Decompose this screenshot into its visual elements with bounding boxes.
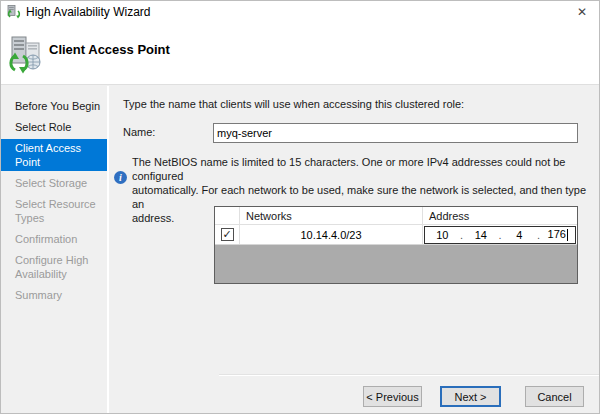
ip-octet-2[interactable]: 14 xyxy=(464,229,499,241)
sidebar-item-select-storage: Select Storage xyxy=(1,174,107,192)
name-label: Name: xyxy=(123,126,155,138)
sidebar-item-select-role[interactable]: Select Role xyxy=(1,118,107,136)
network-cell: 10.14.4.0/23 xyxy=(240,225,423,244)
high-availability-wizard-window: High Availability Wizard ✕ Client Access… xyxy=(0,0,600,414)
ip-octet-1[interactable]: 10 xyxy=(425,229,460,241)
network-checkbox[interactable]: ✓ xyxy=(221,228,234,241)
column-header-address: Address xyxy=(423,207,577,224)
sidebar-item-client-access-point[interactable]: Client Access Point xyxy=(1,139,107,171)
network-row: ✓ 10.14.4.0/23 10 . 14 . 4 . 176 xyxy=(215,225,577,245)
page-title: Client Access Point xyxy=(49,42,170,57)
sidebar-item-confirmation: Confirmation xyxy=(1,230,107,248)
title-bar: High Availability Wizard ✕ xyxy=(1,1,599,23)
next-button[interactable]: Next > xyxy=(440,386,501,407)
wizard-body: Before You Begin Select Role Client Acce… xyxy=(1,86,599,414)
column-header-networks: Networks xyxy=(240,207,423,224)
info-icon: i xyxy=(114,171,127,184)
wizard-steps-sidebar: Before You Begin Select Role Client Acce… xyxy=(1,86,107,414)
networks-table: Networks Address ✓ 10.14.4.0/23 10 . 14 … xyxy=(214,206,578,284)
wizard-app-icon xyxy=(7,5,21,19)
header-checkbox-column xyxy=(215,207,240,224)
instruction-text: Type the name that clients will use when… xyxy=(123,98,464,110)
close-icon[interactable]: ✕ xyxy=(565,1,599,23)
ip-octet-4[interactable]: 176 xyxy=(541,228,576,241)
sidebar-item-before-you-begin[interactable]: Before You Begin xyxy=(1,97,107,115)
previous-button[interactable]: < Previous xyxy=(363,386,422,407)
footer-separator xyxy=(219,374,600,376)
ip-address-field[interactable]: 10 . 14 . 4 . 176 xyxy=(424,226,576,244)
sidebar-item-configure-high-availability: Configure High Availability xyxy=(1,251,107,283)
window-title: High Availability Wizard xyxy=(26,5,151,19)
info-line: The NetBIOS name is limited to 15 charac… xyxy=(132,155,594,183)
sidebar-item-select-resource-types: Select Resource Types xyxy=(1,195,107,227)
client-access-point-icon xyxy=(9,36,45,74)
wizard-content: Type the name that clients will use when… xyxy=(109,86,600,414)
name-input[interactable] xyxy=(213,123,578,143)
text-caret xyxy=(567,229,568,241)
cancel-button[interactable]: Cancel xyxy=(525,386,584,407)
sidebar-item-summary: Summary xyxy=(1,286,107,304)
networks-table-header: Networks Address xyxy=(215,207,577,225)
wizard-header: Client Access Point xyxy=(1,23,599,85)
ip-octet-3[interactable]: 4 xyxy=(502,229,537,241)
